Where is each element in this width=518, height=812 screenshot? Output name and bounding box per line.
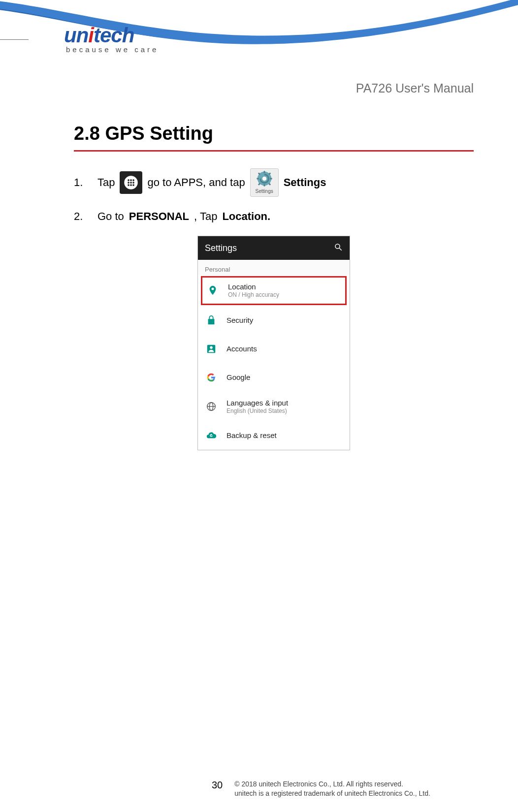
svg-point-11 (262, 176, 266, 181)
screenshot-titlebar: Settings (198, 236, 350, 260)
svg-point-6 (133, 182, 135, 184)
google-g-icon (206, 372, 217, 383)
header-swoosh (0, 0, 518, 123)
search-icon[interactable] (334, 243, 343, 254)
globe-icon (206, 401, 217, 412)
page-number: 30 (212, 780, 223, 791)
svg-point-7 (128, 184, 130, 186)
step-2-bold2: Location. (222, 208, 270, 225)
svg-rect-14 (257, 178, 259, 179)
step-1-text-pre: Tap (97, 174, 115, 191)
row-languages-title: Languages & input (227, 399, 288, 407)
svg-point-4 (128, 182, 130, 184)
step-2: 2. Go to PERSONAL , Tap Location. (74, 208, 474, 225)
row-backup-title: Backup & reset (227, 431, 277, 440)
svg-point-3 (133, 179, 135, 181)
row-backup[interactable]: Backup & reset (198, 421, 350, 450)
svg-point-2 (130, 179, 132, 181)
heading-divider (74, 150, 474, 152)
logo-pre: un (64, 24, 88, 47)
settings-app-icon-label: Settings (256, 187, 273, 195)
row-location[interactable]: Location ON / High accuracy (201, 276, 347, 305)
svg-point-9 (133, 184, 135, 186)
svg-point-23 (210, 346, 213, 349)
svg-point-20 (335, 244, 340, 249)
section-heading: 2.8 GPS Setting (74, 123, 474, 144)
account-icon (206, 344, 217, 354)
step-1: 1. Tap go to APPS, and tap Settings Sett… (74, 168, 474, 197)
svg-point-8 (130, 184, 132, 186)
logo-post: tech (94, 24, 134, 47)
svg-rect-15 (270, 178, 272, 179)
row-languages-sub: English (United States) (227, 407, 288, 414)
apps-icon (120, 171, 142, 194)
logo-i: i (88, 24, 94, 47)
settings-app-icon: Settings (250, 168, 279, 197)
step-2-mid: , Tap (194, 208, 217, 225)
lock-icon (206, 315, 217, 326)
copyright-line1: © 2018 unitech Electronics Co., Ltd. All… (234, 780, 403, 788)
page-footer: 30 © 2018 unitech Electronics Co., Ltd. … (74, 780, 474, 798)
svg-line-21 (339, 248, 342, 250)
step-2-bold1: PERSONAL (129, 208, 189, 225)
brand-logo: unitech because we care (64, 24, 162, 54)
copyright-line2: unitech is a registered trademark of uni… (234, 789, 430, 797)
row-security[interactable]: Security (198, 306, 350, 335)
screenshot-title: Settings (205, 243, 237, 253)
svg-point-1 (128, 179, 130, 181)
settings-screenshot: Settings Personal Location ON / High acc… (197, 236, 350, 450)
left-rule (0, 39, 29, 40)
cloud-reset-icon (206, 430, 217, 441)
svg-rect-12 (263, 171, 265, 173)
step-1-num: 1. (74, 174, 93, 191)
screenshot-section-label: Personal (198, 260, 350, 275)
logo-tagline: because we care (64, 45, 162, 54)
step-1-text-post: Settings (284, 174, 326, 191)
svg-rect-13 (263, 184, 265, 186)
step-2-pre: Go to (97, 208, 124, 225)
svg-point-5 (130, 182, 132, 184)
row-accounts-title: Accounts (227, 344, 257, 353)
location-pin-icon (207, 285, 218, 296)
step-1-text-mid: go to APPS, and tap (147, 174, 245, 191)
row-location-sub: ON / High accuracy (228, 291, 279, 298)
step-list: 1. Tap go to APPS, and tap Settings Sett… (74, 168, 474, 225)
row-languages[interactable]: Languages & input English (United States… (198, 392, 350, 421)
row-location-title: Location (228, 282, 279, 291)
row-accounts[interactable]: Accounts (198, 335, 350, 363)
row-google-title: Google (227, 373, 250, 382)
row-security-title: Security (227, 316, 253, 325)
row-google[interactable]: Google (198, 363, 350, 392)
manual-title: PA726 User's Manual (356, 81, 474, 95)
step-2-num: 2. (74, 208, 93, 225)
